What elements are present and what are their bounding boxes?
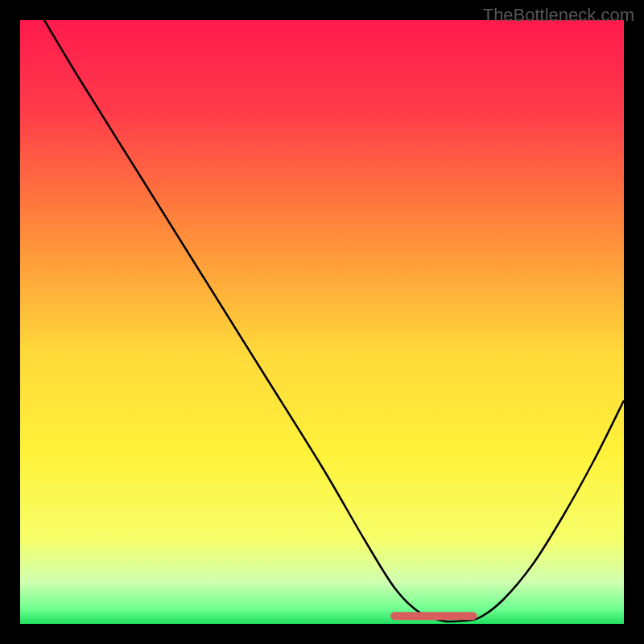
gradient-background — [20, 20, 624, 624]
chart-svg — [20, 20, 624, 624]
watermark-text: TheBottleneck.com — [483, 5, 634, 26]
chart-canvas — [20, 20, 624, 624]
